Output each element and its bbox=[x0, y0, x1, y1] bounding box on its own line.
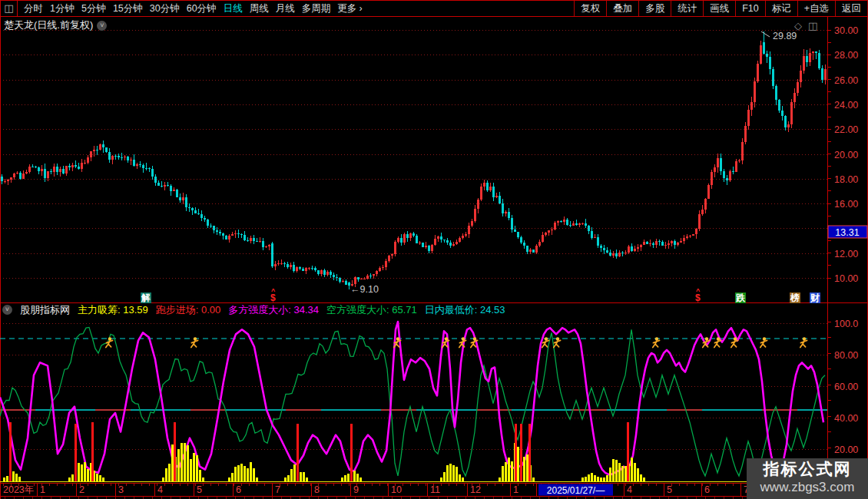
svg-text:10.00: 10.00 bbox=[834, 273, 858, 284]
action-button-复权[interactable]: 复权 bbox=[574, 1, 606, 16]
date-label: 1 bbox=[40, 484, 45, 495]
svg-text:30.00: 30.00 bbox=[834, 25, 858, 36]
stock-title-label: 楚天龙(日线.前复权) bbox=[4, 18, 93, 32]
svg-text:16.00: 16.00 bbox=[834, 199, 858, 210]
date-label: 11 bbox=[430, 484, 440, 495]
period-tab-15分钟[interactable]: 15分钟 bbox=[113, 2, 143, 15]
date-label: 5 bbox=[197, 484, 202, 495]
date-label: 1 bbox=[513, 484, 518, 495]
svg-text:←9.10: ←9.10 bbox=[350, 284, 379, 295]
panel-toggle-icon[interactable]: ◫ bbox=[808, 20, 817, 31]
period-tab-日线[interactable]: 日线 bbox=[224, 2, 243, 15]
svg-text:20.00: 20.00 bbox=[834, 150, 858, 160]
indicator-header: ˅股朋指标网主力吸筹: 13.59跑步进场: 0.00多方强度大小: 34.34… bbox=[2, 304, 505, 316]
gridlines bbox=[0, 30, 827, 449]
top-toolbar: ◫ 分时1分钟5分钟15分钟30分钟60分钟日线周线月线多周期更多 › 复权叠加… bbox=[0, 0, 868, 17]
date-label: 12 bbox=[470, 484, 481, 495]
price-axis: 30.0028.0026.0024.0022.0020.0018.0016.00… bbox=[828, 25, 858, 284]
svg-text:2025/01/27/—: 2025/01/27/— bbox=[547, 485, 605, 496]
split-window-icon[interactable]: ◫ bbox=[0, 1, 18, 16]
period-tab-月线[interactable]: 月线 bbox=[276, 2, 295, 15]
period-toolbar: 分时1分钟5分钟15分钟30分钟60分钟日线周线月线多周期更多 › bbox=[18, 1, 574, 16]
indicator-value-跑步进场: 跑步进场: 0.00 bbox=[156, 303, 221, 317]
stock-title[interactable]: 楚天龙(日线.前复权) ˅ bbox=[4, 18, 107, 32]
action-button-F10[interactable]: F10 bbox=[735, 1, 765, 16]
date-label: 2023年 bbox=[3, 484, 34, 495]
indicator-source-label: 股朋指标网 bbox=[20, 303, 70, 317]
svg-text:12.00: 12.00 bbox=[834, 249, 858, 259]
svg-text:40.00: 40.00 bbox=[834, 413, 858, 424]
event-badge-跌[interactable]: 跌 bbox=[735, 292, 746, 303]
period-tab-更多 ›[interactable]: 更多 › bbox=[337, 2, 363, 15]
svg-text:28.00: 28.00 bbox=[834, 50, 858, 61]
chart-canvas: 30.0028.0026.0024.0022.0020.0018.0016.00… bbox=[0, 0, 868, 499]
svg-text:29.89: 29.89 bbox=[773, 31, 797, 41]
price-annotations: ←9.1029.89 bbox=[350, 31, 797, 295]
main-candles bbox=[1, 31, 827, 289]
date-label: 3 bbox=[118, 484, 124, 495]
event-badge-榜[interactable]: 榜 bbox=[790, 292, 800, 303]
bull-strength-line bbox=[0, 322, 823, 474]
indicator-collapse-icon[interactable]: ˅ bbox=[2, 305, 12, 315]
indicator-axis: 100.080.0060.0040.0020.00 bbox=[828, 319, 858, 480]
sell-signal-icon: ^$ bbox=[270, 291, 279, 304]
app-window: 30.0028.0026.0024.0022.0020.0018.0016.00… bbox=[0, 0, 868, 499]
date-label: 9 bbox=[353, 484, 359, 495]
date-label: 5 bbox=[667, 484, 672, 495]
indicator-value-空方强度大小: 空方强度大小: 65.71 bbox=[326, 303, 417, 317]
svg-text:26.00: 26.00 bbox=[834, 75, 858, 86]
period-tab-1分钟[interactable]: 1分钟 bbox=[50, 2, 75, 15]
indicator-value-日内最低价: 日内最低价: 24.53 bbox=[425, 303, 505, 317]
event-badge-解[interactable]: 解 bbox=[141, 292, 151, 303]
date-label: 6 bbox=[236, 484, 241, 495]
date-label: 7 bbox=[275, 484, 280, 495]
period-tab-30分钟[interactable]: 30分钟 bbox=[150, 2, 180, 15]
svg-text:60.00: 60.00 bbox=[834, 382, 858, 392]
svg-text:20.00: 20.00 bbox=[834, 444, 858, 455]
watermark: 指标公式网 www.zbgs3.com bbox=[747, 458, 868, 499]
signal-spikes bbox=[9, 422, 629, 481]
period-tab-多周期[interactable]: 多周期 bbox=[302, 2, 331, 15]
action-button-标记[interactable]: 标记 bbox=[765, 1, 797, 16]
action-button-+自选[interactable]: +自选 bbox=[797, 1, 835, 16]
svg-text:80.00: 80.00 bbox=[834, 350, 858, 361]
date-label: 10 bbox=[391, 484, 402, 495]
action-button-叠加[interactable]: 叠加 bbox=[606, 1, 638, 16]
date-label: 4 bbox=[157, 484, 163, 495]
sell-signal-icon: ^$ bbox=[694, 291, 704, 304]
action-button-画线[interactable]: 画线 bbox=[703, 1, 735, 16]
volume-histogram bbox=[3, 443, 645, 481]
chart-corner-icons: ◇ ◫ bbox=[794, 20, 817, 31]
date-label: 6 bbox=[704, 484, 710, 495]
period-tab-周线[interactable]: 周线 bbox=[250, 2, 269, 15]
event-badge-财[interactable]: 财 bbox=[810, 292, 820, 303]
action-button-多股[interactable]: 多股 bbox=[638, 1, 671, 16]
action-toolbar: 复权叠加多股统计画线F10标记+自选返回 bbox=[574, 1, 868, 16]
period-tab-分时[interactable]: 分时 bbox=[24, 2, 43, 15]
diamond-icon[interactable]: ◇ bbox=[794, 20, 802, 31]
action-button-返回[interactable]: 返回 bbox=[835, 1, 868, 16]
indicator-value-主力吸筹: 主力吸筹: 13.59 bbox=[78, 303, 148, 317]
indicator-value-多方强度大小: 多方强度大小: 34.34 bbox=[228, 303, 319, 317]
period-tab-60分钟[interactable]: 60分钟 bbox=[187, 2, 217, 15]
cursor-date-box: 2025/01/27/— bbox=[538, 484, 613, 496]
svg-text:100.0: 100.0 bbox=[834, 319, 858, 329]
watermark-url: www.zbgs3.com bbox=[747, 479, 868, 496]
frame-lines bbox=[0, 0, 868, 499]
bear-strength-line bbox=[0, 327, 825, 476]
svg-text:18.00: 18.00 bbox=[834, 174, 858, 185]
current-price-box: 13.31 bbox=[828, 226, 867, 238]
date-label: 2 bbox=[79, 484, 84, 495]
svg-text:22.00: 22.00 bbox=[834, 124, 858, 135]
svg-text:24.00: 24.00 bbox=[834, 100, 858, 111]
date-label: 8 bbox=[314, 484, 320, 495]
svg-text:13.31: 13.31 bbox=[835, 227, 859, 238]
action-button-统计[interactable]: 统计 bbox=[671, 1, 703, 16]
date-label: 4 bbox=[627, 484, 632, 495]
watermark-site-name: 指标公式网 bbox=[747, 459, 868, 479]
chevron-down-icon[interactable]: ˅ bbox=[97, 21, 107, 31]
period-tab-5分钟[interactable]: 5分钟 bbox=[81, 2, 106, 15]
